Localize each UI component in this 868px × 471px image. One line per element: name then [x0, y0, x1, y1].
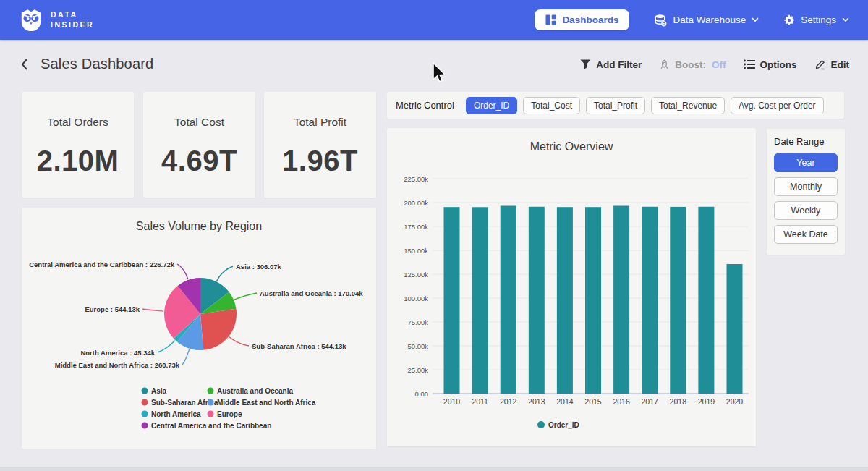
- date-range-option-week-date[interactable]: Week Date: [774, 225, 838, 244]
- database-icon: [654, 14, 667, 27]
- metric-option-total-revenue[interactable]: Total_Revenue: [651, 97, 725, 114]
- data-warehouse-label: Data Warehouse: [673, 14, 746, 25]
- page-title: Sales Dashboard: [41, 56, 153, 72]
- top-nav: DATA INSIDER Dashboards Data Warehouse: [0, 0, 868, 40]
- bar-2014[interactable]: [557, 207, 573, 394]
- legend-dot-central-america-and-the-caribbean: [142, 423, 148, 429]
- data-warehouse-menu[interactable]: Data Warehouse: [654, 14, 759, 27]
- kpi-label: Total Orders: [22, 116, 134, 129]
- y-tick-label: 0.00: [415, 390, 429, 398]
- x-tick-label: 2012: [500, 397, 517, 406]
- pie-label-north-america: North America : 45.34k: [80, 349, 155, 357]
- y-tick-label: 75.00k: [407, 318, 428, 326]
- pie-leader-line: [158, 341, 175, 352]
- bar-2010[interactable]: [444, 207, 460, 394]
- bar-2018[interactable]: [670, 207, 686, 394]
- add-filter-button[interactable]: Add Filter: [580, 59, 642, 70]
- legend-dot-asia: [142, 388, 148, 394]
- x-tick-label: 2016: [613, 397, 630, 406]
- pie-leader-line: [177, 264, 188, 279]
- bottom-edge: [0, 467, 868, 471]
- y-tick-label: 175.00k: [404, 223, 428, 231]
- x-tick-label: 2011: [472, 397, 488, 406]
- kpi-card-total-orders: Total Orders 2.10M: [22, 92, 134, 198]
- kpi-card-total-cost: Total Cost 4.69T: [143, 92, 255, 198]
- pie-leader-line: [217, 266, 233, 281]
- pie-label-australia-and-oceania: Australia and Oceania : 170.04k: [260, 289, 363, 297]
- settings-menu[interactable]: Settings: [783, 14, 849, 26]
- x-tick-label: 2010: [443, 397, 461, 406]
- y-tick-label: 150.00k: [404, 247, 428, 255]
- mouse-cursor: [433, 62, 448, 84]
- kpi-label: Total Cost: [143, 116, 255, 129]
- chevron-down-icon: [752, 17, 759, 22]
- chevron-down-icon: [842, 17, 849, 22]
- chevron-left-icon: [20, 58, 29, 71]
- y-tick-label: 200.00k: [404, 199, 428, 207]
- brand: DATA INSIDER: [19, 8, 94, 33]
- bar-2016[interactable]: [613, 206, 629, 394]
- pie-leader-line: [234, 293, 257, 300]
- bar-2012[interactable]: [501, 206, 516, 394]
- y-tick-label: 125.00k: [404, 271, 428, 279]
- legend-label-central-america-and-the-caribbean: Central America and the Caribbean: [151, 422, 271, 430]
- metric-button-group: Order_IDTotal_CostTotal_ProfitTotal_Reve…: [466, 97, 824, 114]
- bar-2011[interactable]: [472, 207, 488, 394]
- bar-2019[interactable]: [698, 207, 714, 394]
- bar-chart-card: Metric Overview 225.00k200.00k175.00k150…: [387, 128, 756, 446]
- boost-status: Off: [712, 59, 726, 70]
- kpi-label: Total Profit: [264, 116, 376, 129]
- kpi-value: 2.10M: [22, 145, 134, 177]
- bar-2013[interactable]: [529, 207, 545, 394]
- kpi-value: 4.69T: [143, 145, 255, 177]
- back-button[interactable]: [20, 58, 29, 71]
- filter-funnel-icon: [580, 59, 591, 69]
- pie-leader-line: [229, 337, 249, 346]
- brand-name: DATA INSIDER: [51, 10, 94, 30]
- legend-label-europe: Europe: [217, 410, 242, 418]
- pie-chart-card: Sales Volume by Region Asia : 306.07kAus…: [22, 208, 376, 449]
- legend-dot-europe: [208, 411, 214, 417]
- bar-legend-label: Order_ID: [548, 421, 579, 429]
- date-range-option-weekly[interactable]: Weekly: [774, 201, 838, 220]
- metric-option-total-cost[interactable]: Total_Cost: [523, 97, 580, 114]
- y-tick-label: 25.00k: [407, 366, 428, 374]
- boost-toggle[interactable]: Boost:Off: [659, 59, 726, 70]
- kpi-value: 1.96T: [264, 145, 376, 177]
- legend-label-middle-east-and-north-africa: Middle East and North Africa: [217, 399, 316, 407]
- bar-legend-dot: [537, 421, 545, 428]
- pie-leader-line: [182, 349, 190, 365]
- dashboards-button[interactable]: Dashboards: [535, 9, 629, 30]
- date-range-panel: Date Range YearMonthlyWeeklyWeek Date: [767, 129, 845, 255]
- x-tick-label: 2015: [584, 397, 602, 406]
- x-tick-label: 2013: [528, 397, 545, 406]
- legend-label-north-america: North America: [151, 410, 201, 418]
- date-range-option-year[interactable]: Year: [774, 153, 838, 172]
- dashboards-label: Dashboards: [562, 14, 618, 25]
- y-tick-label: 225.00k: [404, 175, 428, 183]
- bar-2020[interactable]: [727, 264, 743, 394]
- metric-option-avg-cost-per-order[interactable]: Avg. Cost per Order: [731, 97, 824, 114]
- pie-label-sub-saharan-africa: Sub-Saharan Africa : 544.13k: [252, 342, 346, 350]
- pie-label-middle-east-and-north-africa: Middle East and North Africa : 260.73k: [55, 361, 180, 369]
- metric-control-bar: Metric Control Order_IDTotal_CostTotal_P…: [387, 92, 844, 119]
- metric-overview-bar-chart[interactable]: 225.00k200.00k175.00k150.00k125.00k100.0…: [387, 128, 756, 446]
- date-range-button-group: YearMonthlyWeeklyWeek Date: [774, 153, 838, 244]
- options-button[interactable]: Options: [744, 59, 797, 70]
- metric-option-total-profit[interactable]: Total_Profit: [586, 97, 645, 114]
- edit-button[interactable]: Edit: [814, 59, 850, 70]
- pie-label-asia: Asia : 306.07k: [236, 263, 282, 271]
- bar-2017[interactable]: [642, 207, 658, 394]
- metric-option-order-id[interactable]: Order_ID: [466, 97, 517, 114]
- sales-volume-pie-chart[interactable]: Asia : 306.07kAustralia and Oceania : 17…: [22, 208, 376, 449]
- pie-leader-line: [142, 309, 163, 311]
- legend-dot-sub-saharan-africa: [142, 399, 148, 406]
- x-tick-label: 2020: [726, 397, 744, 406]
- list-options-icon: [744, 59, 755, 69]
- legend-label-asia: Asia: [151, 387, 167, 395]
- date-range-option-monthly[interactable]: Monthly: [774, 177, 838, 196]
- pie-slice-sub-saharan-africa[interactable]: [200, 309, 237, 350]
- legend-label-australia-and-oceania: Australia and Oceania: [217, 387, 293, 395]
- bar-2015[interactable]: [585, 207, 601, 394]
- gear-icon: [783, 14, 795, 26]
